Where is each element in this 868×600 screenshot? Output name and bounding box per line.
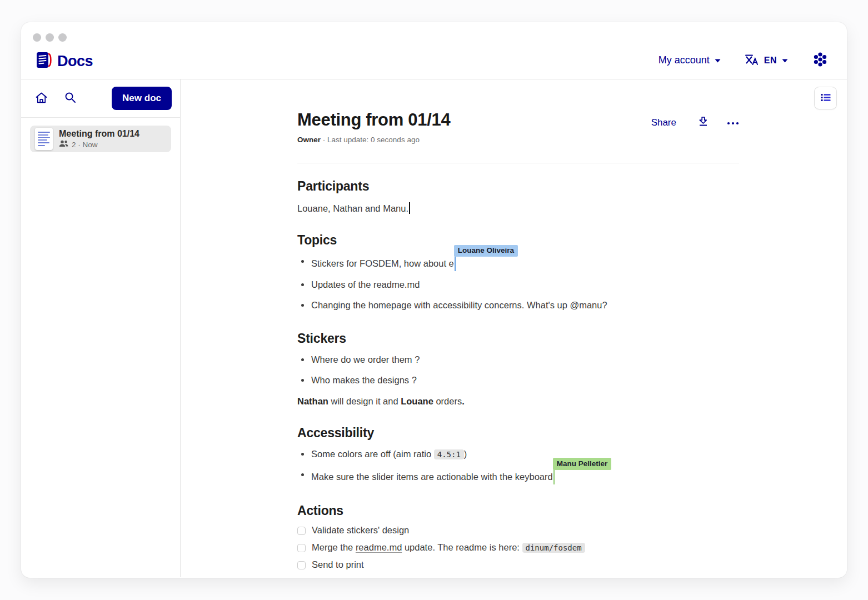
app-window: Docs My account [21, 22, 847, 578]
window-dot [58, 33, 67, 42]
language-label: EN [764, 56, 777, 66]
chevron-down-icon [782, 56, 788, 64]
home-button[interactable] [34, 91, 48, 106]
list-item[interactable]: Updates of the readme.md [297, 278, 739, 292]
todo-label[interactable]: Validate stickers' design [312, 525, 409, 536]
collab-cursor-label: Louane Oliveira [454, 245, 518, 257]
list-item[interactable]: Who makes the designs ? [297, 374, 739, 387]
share-button[interactable]: Share [648, 117, 680, 129]
collab-cursor-manu: Manu Pelletier [553, 468, 555, 484]
list-item[interactable]: Make sure the slider items are actionabl… [297, 468, 739, 484]
top-bar-actions: My account EN [655, 51, 832, 70]
bullet-icon [301, 453, 304, 456]
todo-item: Validate stickers' design [297, 525, 739, 536]
chevron-down-icon [715, 56, 721, 64]
list-item[interactable]: Where do we order them ? [297, 353, 739, 367]
apps-launcher-button[interactable] [808, 51, 832, 70]
sidebar: New doc Meeting from 01/14 [21, 79, 181, 577]
window-controls [33, 33, 67, 42]
inline-code: 4.5:1 [434, 449, 464, 459]
todo-checkbox[interactable] [297, 544, 306, 552]
todo-checkbox[interactable] [297, 527, 306, 535]
heading-topics[interactable]: Topics [297, 233, 739, 248]
translate-icon [744, 53, 759, 68]
top-bar: Docs My account [21, 22, 847, 79]
inline-code: dinum/fosdem [522, 543, 585, 553]
search-button[interactable] [64, 91, 77, 106]
document-icon [35, 128, 53, 150]
bullet-icon [301, 473, 304, 476]
doc-title-block: Meeting from 01/14 Owner · Last update: … [297, 110, 450, 144]
window-dot [33, 33, 41, 42]
editor[interactable]: Meeting from 01/14 Owner · Last update: … [297, 110, 739, 577]
list-item[interactable]: Changing the homepage with accessibility… [297, 299, 739, 312]
list-item[interactable]: Some colors are off (aim ratio 4.5:1) [297, 448, 739, 461]
window-dot [46, 33, 54, 42]
owner-badge: Owner [297, 136, 321, 144]
bullet-icon [301, 260, 304, 263]
heading-accessibility[interactable]: Accessibility [297, 426, 739, 441]
bullet-icon [301, 358, 304, 361]
todo-label[interactable]: Send to print [312, 559, 364, 570]
more-options-icon [727, 118, 739, 127]
todo-item: Send to print [297, 559, 739, 570]
doc-item-meta: 2 · Now [59, 140, 139, 149]
bullet-icon [301, 304, 304, 307]
search-icon [64, 91, 77, 106]
docs-book-icon [36, 51, 52, 72]
doc-item-meta-text: 2 · Now [72, 141, 98, 149]
document-pane: Meeting from 01/14 Owner · Last update: … [181, 79, 847, 577]
todo-checkbox[interactable] [297, 561, 306, 569]
my-account-label: My account [659, 54, 710, 66]
title-divider [297, 163, 739, 163]
readme-link[interactable]: readme.md [356, 542, 402, 552]
new-doc-button[interactable]: New doc [112, 87, 172, 110]
people-icon [59, 140, 68, 149]
download-button[interactable] [697, 116, 709, 129]
bullet-icon [301, 379, 304, 382]
bullet-icon [301, 283, 304, 286]
last-update-text: · Last update: 0 seconds ago [323, 136, 420, 144]
main-layout: New doc Meeting from 01/14 [21, 79, 847, 577]
doc-item-texts: Meeting from 01/14 2 · Now [59, 129, 139, 149]
waffle-icon [811, 51, 829, 69]
more-options-button[interactable] [727, 118, 739, 127]
list-item[interactable]: Stickers for FOSDEM, how about eLouane O… [297, 255, 739, 271]
heading-actions[interactable]: Actions [297, 503, 739, 518]
list-icon [820, 92, 832, 105]
screen: Docs My account [0, 0, 868, 600]
doc-title[interactable]: Meeting from 01/14 [297, 110, 450, 130]
doc-item-title: Meeting from 01/14 [59, 129, 139, 139]
table-of-contents-button[interactable] [814, 87, 837, 109]
home-icon [34, 91, 48, 106]
todo-label[interactable]: Merge the readme.md update. The readme i… [312, 542, 585, 553]
doc-actions: Share [648, 116, 739, 129]
heading-participants[interactable]: Participants [297, 179, 739, 194]
app-title: Docs [57, 53, 93, 70]
doc-title-row: Meeting from 01/14 Owner · Last update: … [297, 110, 739, 144]
heading-stickers[interactable]: Stickers [297, 331, 739, 346]
doc-meta-line: Owner · Last update: 0 seconds ago [297, 136, 450, 144]
language-selector[interactable]: EN [741, 52, 791, 68]
app-logo[interactable]: Docs [36, 51, 93, 72]
sidebar-doc-item[interactable]: Meeting from 01/14 2 · Now [30, 126, 171, 152]
collab-cursor-louane: Louane Oliveira [455, 255, 456, 271]
participants-body[interactable]: Louane, Nathan and Manu. [297, 202, 739, 214]
collab-cursor-label: Manu Pelletier [553, 458, 612, 469]
sidebar-toolbar: New doc [21, 79, 180, 118]
stickers-note[interactable]: Nathan will design it and Louane orders. [297, 396, 739, 407]
download-icon [697, 116, 709, 129]
text-cursor [409, 202, 410, 214]
todo-item: Merge the readme.md update. The readme i… [297, 542, 739, 553]
my-account-menu[interactable]: My account [655, 54, 724, 67]
